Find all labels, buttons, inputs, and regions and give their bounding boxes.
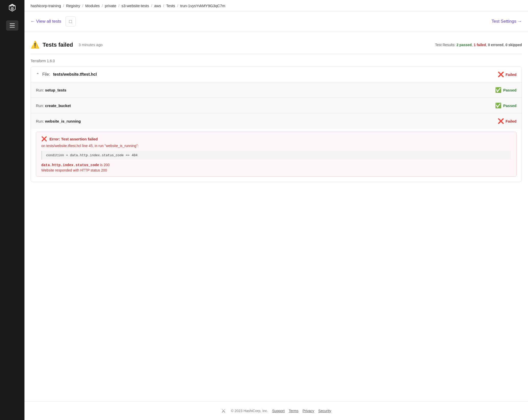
breadcrumb-sep-6: / <box>163 4 164 8</box>
file-card: ⌃ File: tests/website.tftest.hcl ❌ Faile… <box>31 67 522 182</box>
svg-marker-1 <box>11 7 14 11</box>
run-label-setup-tests: Run: setup_tests <box>36 88 66 92</box>
breadcrumb-sep-7: / <box>177 4 178 8</box>
error-location: on tests/website.tftest.hcl line 45, in … <box>41 144 511 148</box>
breadcrumb-sep-2: / <box>82 4 83 8</box>
passed-count: 2 passed <box>456 43 472 47</box>
error-detail-value: is 200 <box>100 163 110 167</box>
run-status-label-1: Passed <box>503 88 517 92</box>
terraform-version: Terraform 1.6.0 <box>31 59 522 63</box>
breadcrumb-hashicorp-training[interactable]: hashicorp-training <box>31 4 61 8</box>
action-bar-left: ← View all tests □ <box>31 16 76 27</box>
view-all-tests-label: ← View all tests <box>31 19 61 24</box>
run-name-create-bucket: create_bucket <box>45 103 71 108</box>
run-status-setup-tests: ✅ Passed <box>495 87 517 93</box>
run-status-create-bucket: ✅ Passed <box>495 102 517 109</box>
main-content: hashicorp-training / Registry / Modules … <box>24 0 528 420</box>
action-bar: ← View all tests □ Test Settings → <box>24 12 528 31</box>
error-header: ❌ Error: Test assertion failed <box>41 136 511 142</box>
breadcrumb-private[interactable]: private <box>105 4 116 8</box>
failed-icon: ❌ <box>498 71 504 77</box>
footer-support-link[interactable]: Support <box>272 409 285 413</box>
errored-count: 0 errored <box>488 43 504 47</box>
error-code-block: condition = data.http.index.status_code … <box>41 151 511 160</box>
run-row-create-bucket: Run: create_bucket ✅ Passed <box>31 98 522 113</box>
error-code: condition = data.http.index.status_code … <box>46 153 138 157</box>
footer-terms-link[interactable]: Terms <box>289 409 298 413</box>
run-name-setup-tests: setup_tests <box>45 88 66 92</box>
sidebar <box>0 0 24 420</box>
passed-icon-1: ✅ <box>495 87 501 93</box>
error-icon: ❌ <box>41 136 47 142</box>
run-label-website-is-running: Run: website_is_running <box>36 119 81 123</box>
run-status-website-is-running: ❌ Failed <box>498 118 517 124</box>
breadcrumb-sep-1: / <box>63 4 64 8</box>
breadcrumb-s3-website-tests[interactable]: s3-website-tests <box>122 4 149 8</box>
error-message: Website responded with HTTP status 200 <box>41 168 511 172</box>
error-detail-code: data.http.index.status_code <box>41 163 99 167</box>
run-row-setup-tests: Run: setup_tests ✅ Passed <box>31 82 522 98</box>
file-status-label: Failed <box>506 72 517 77</box>
status-left: ⚠️ Tests failed 3 minutes ago <box>31 41 103 49</box>
svg-marker-2 <box>9 4 15 7</box>
collapse-button[interactable]: ⌃ <box>36 72 39 77</box>
footer-security-link[interactable]: Security <box>318 409 331 413</box>
breadcrumb-registry[interactable]: Registry <box>66 4 80 8</box>
file-card-header: ⌃ File: tests/website.tftest.hcl ❌ Faile… <box>31 67 522 82</box>
breadcrumb-aws[interactable]: aws <box>154 4 161 8</box>
status-title: Tests failed <box>43 42 73 48</box>
footer-privacy-link[interactable]: Privacy <box>302 409 314 413</box>
file-card-title: ⌃ File: tests/website.tftest.hcl <box>36 72 97 77</box>
logo-icon <box>6 3 18 15</box>
run-status-label-2: Passed <box>503 103 517 108</box>
footer: ⚔ © 2023 HashiCorp, Inc. Support Terms P… <box>24 401 528 420</box>
run-status-label-3: Failed <box>506 119 517 123</box>
breadcrumb: hashicorp-training / Registry / Modules … <box>24 0 528 12</box>
copy-icon-button[interactable]: □ <box>65 16 76 27</box>
warning-icon: ⚠️ <box>31 41 39 49</box>
page-content: ⚠️ Tests failed 3 minutes ago Test Resul… <box>24 31 528 395</box>
breadcrumb-modules[interactable]: Modules <box>85 4 100 8</box>
test-settings-label: Test Settings → <box>492 19 522 24</box>
hashicorp-footer-logo: ⚔ <box>221 408 226 414</box>
failed-count: 1 failed <box>474 43 486 47</box>
view-all-tests-link[interactable]: ← View all tests <box>31 19 61 24</box>
breadcrumb-tests[interactable]: Tests <box>166 4 175 8</box>
error-block: ❌ Error: Test assertion failed on tests/… <box>36 132 517 177</box>
skipped-count: 0 skipped <box>505 43 522 47</box>
status-header: ⚠️ Tests failed 3 minutes ago Test Resul… <box>31 37 522 54</box>
file-name: tests/website.tftest.hcl <box>53 72 97 77</box>
copy-icon: □ <box>69 19 72 24</box>
test-results-summary: Test Results: 2 passed, 1 failed, 0 erro… <box>435 43 522 47</box>
footer-copyright: © 2023 HashiCorp, Inc. <box>231 409 268 413</box>
failed-icon-2: ❌ <box>498 118 504 124</box>
file-prefix: File: <box>42 72 50 77</box>
test-settings-link[interactable]: Test Settings → <box>492 19 522 24</box>
error-detail: data.http.index.status_code is 200 <box>41 163 511 167</box>
passed-icon-2: ✅ <box>495 102 501 109</box>
run-name-website-is-running: website_is_running <box>45 119 81 123</box>
run-row-website-is-running: Run: website_is_running ❌ Failed <box>31 113 522 129</box>
file-status-badge: ❌ Failed <box>498 71 517 77</box>
error-title: Error: Test assertion failed <box>49 137 98 141</box>
run-label-create-bucket: Run: create_bucket <box>36 103 71 108</box>
menu-button[interactable] <box>6 20 18 31</box>
breadcrumb-run-id: trun-1vysYvkMY9G3qC7m <box>180 4 225 8</box>
breadcrumb-sep-5: / <box>151 4 152 8</box>
test-results-label: Test Results: <box>435 43 455 47</box>
breadcrumb-sep-4: / <box>118 4 120 8</box>
status-time: 3 minutes ago <box>78 43 102 47</box>
breadcrumb-sep-3: / <box>102 4 103 8</box>
